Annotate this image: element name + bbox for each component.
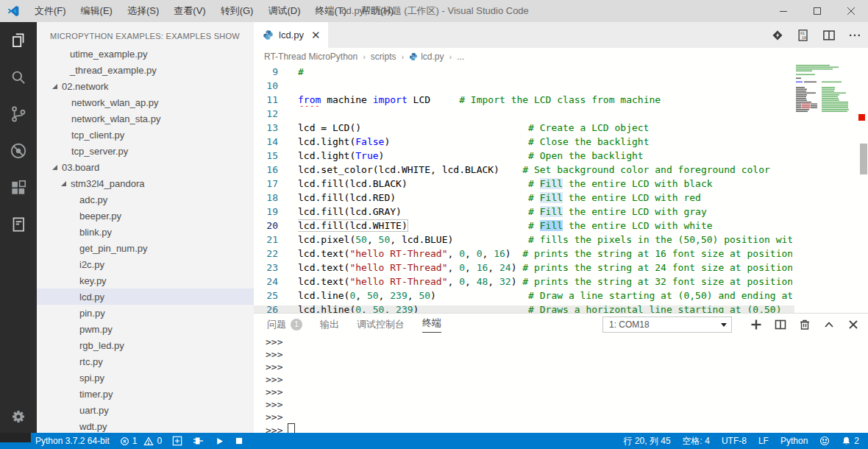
code-line-21[interactable]: 21lcd.pixel(50, 50, lcd.BLUE) # fills th…: [254, 233, 868, 247]
language-mode-status[interactable]: Python: [780, 436, 808, 446]
tree-item-network_wlan_ap.py[interactable]: network_wlan_ap.py: [37, 94, 254, 110]
code-line-22[interactable]: 22lcd.text("hello RT-Thread", 0, 0, 16) …: [254, 247, 868, 261]
encoding-status[interactable]: UTF-8: [722, 436, 747, 446]
menu-item-7[interactable]: 帮助(H): [354, 0, 401, 22]
search-icon[interactable]: [0, 59, 37, 96]
maximize-panel-icon[interactable]: [823, 319, 835, 330]
run-diamond-icon[interactable]: [770, 28, 785, 43]
connect-plug-button[interactable]: [193, 436, 204, 446]
code-line-17[interactable]: 17lcd.fill(lcd.BLACK) # Fill the entire …: [254, 177, 868, 191]
panel-tab-问题[interactable]: 问题1: [267, 317, 302, 331]
split-editor-icon[interactable]: [822, 28, 836, 43]
maximize-button[interactable]: [800, 0, 834, 22]
examples-doc-icon[interactable]: [0, 206, 37, 243]
tree-item-network_wlan_sta.py[interactable]: network_wlan_sta.py: [37, 110, 254, 127]
tree-item-tcp_client.py[interactable]: tcp_client.py: [37, 127, 254, 143]
overview-ruler[interactable]: [858, 65, 868, 313]
code-line-15[interactable]: 15lcd.light(True) # Open the backlight: [254, 149, 868, 163]
settings-gear-icon[interactable]: [0, 400, 37, 433]
breadcrumb-item-3[interactable]: ...: [457, 52, 464, 62]
tree-item-get_pin_num.py[interactable]: get_pin_num.py: [37, 240, 254, 256]
menu-item-2[interactable]: 选择(S): [120, 0, 166, 22]
tree-item-uart.py[interactable]: uart.py: [37, 402, 254, 418]
close-window-button[interactable]: [834, 0, 868, 22]
tree-item-key.py[interactable]: key.py: [37, 272, 254, 289]
tree-item-spi.py[interactable]: spi.py: [37, 370, 254, 386]
eol-status[interactable]: LF: [758, 436, 769, 446]
tree-item-wdt.py[interactable]: wdt.py: [37, 418, 254, 433]
code-line-12[interactable]: 12: [254, 107, 868, 121]
terminal-output[interactable]: >>>>>>>>>>>>>>>>>>>>>>>>: [266, 336, 295, 436]
minimap[interactable]: [794, 65, 858, 313]
code-line-24[interactable]: 24lcd.text("hello RT-Thread", 0, 48, 32)…: [254, 275, 868, 289]
menu-item-1[interactable]: 编辑(E): [74, 0, 120, 22]
close-panel-icon[interactable]: [847, 319, 859, 330]
debug-icon[interactable]: [0, 132, 37, 169]
code-line-20[interactable]: 20lcd.fill(lcd.WHITE) # Fill the entire …: [254, 219, 868, 233]
tree-item-adc.py[interactable]: adc.py: [37, 191, 254, 208]
code-line-23[interactable]: 23lcd.text("hello RT-Thread", 0, 16, 24)…: [254, 261, 868, 275]
explorer-icon[interactable]: [0, 22, 37, 59]
new-terminal-icon[interactable]: [750, 319, 762, 330]
tree-item-02.network[interactable]: 02.network: [37, 78, 254, 94]
problems-status[interactable]: 1 0: [120, 436, 162, 446]
code-line-18[interactable]: 18lcd.fill(lcd.RED) # Fill the entire LC…: [254, 191, 868, 205]
code-line-19[interactable]: 19lcd.fill(lcd.GRAY) # Fill the entire L…: [254, 205, 868, 219]
stop-button[interactable]: [235, 436, 243, 445]
extensions-icon[interactable]: [0, 169, 37, 206]
tree-item-rgb_led.py[interactable]: rgb_led.py: [37, 337, 254, 353]
run-button[interactable]: [215, 436, 224, 446]
kill-terminal-icon[interactable]: [799, 319, 811, 330]
tree-item-_thread_example.py[interactable]: _thread_example.py: [37, 62, 254, 78]
panel-tab-终端[interactable]: 终端: [422, 315, 441, 333]
tree-item-pwm.py[interactable]: pwm.py: [37, 321, 254, 337]
code-editor[interactable]: 9#1011from machine import LCD # Import t…: [254, 65, 868, 313]
panel-tab-调试控制台[interactable]: 调试控制台: [357, 317, 405, 331]
breadcrumb-item-2[interactable]: lcd.py: [409, 52, 444, 62]
tree-item-i2c.py[interactable]: i2c.py: [37, 256, 254, 272]
split-terminal-icon[interactable]: [775, 319, 786, 330]
menu-item-3[interactable]: 查看(V): [166, 0, 213, 22]
tree-item-utime_example.py[interactable]: utime_example.py: [37, 46, 254, 62]
tree-item-03.board[interactable]: 03.board: [37, 159, 254, 175]
python-interpreter-status[interactable]: Python 3.7.2 64-bit: [35, 436, 110, 446]
indentation-status[interactable]: 空格: 4: [683, 435, 710, 448]
breadcrumb-item-1[interactable]: scripts: [371, 52, 396, 62]
tree-item-timer.py[interactable]: timer.py: [37, 386, 254, 402]
tree-item-beeper.py[interactable]: beeper.py: [37, 208, 254, 224]
panel-tab-输出[interactable]: 输出: [320, 317, 339, 331]
menu-item-4[interactable]: 转到(G): [213, 0, 261, 22]
notifications-bell[interactable]: 2: [842, 436, 859, 446]
status-right: 行 20, 列 45空格: 4UTF-8LFPython 2: [624, 435, 868, 448]
binary-file-icon[interactable]: 01 10: [796, 28, 811, 43]
editor-scrollbar[interactable]: [860, 144, 867, 174]
code-line-11[interactable]: 11from machine import LCD # Import the L…: [254, 93, 868, 107]
terminal-select[interactable]: 1: COM18: [602, 317, 732, 333]
tree-item-pin.py[interactable]: pin.py: [37, 305, 254, 321]
breadcrumb-item-0[interactable]: RT-Thread MicroPython: [264, 52, 357, 62]
tree-item-stm32l4_pandora[interactable]: stm32l4_pandora: [37, 175, 254, 191]
menu-item-0[interactable]: 文件(F): [27, 0, 74, 22]
tree-item-blink.py[interactable]: blink.py: [37, 224, 254, 240]
feedback-smiley-icon[interactable]: [819, 436, 830, 446]
tree-item-lcd.py[interactable]: lcd.py: [37, 289, 254, 305]
horizontal-scrollbar[interactable]: [254, 305, 794, 313]
minimize-button[interactable]: [766, 0, 800, 22]
tree-item-rtc.py[interactable]: rtc.py: [37, 353, 254, 370]
menu-item-5[interactable]: 调试(D): [260, 0, 307, 22]
source-control-icon[interactable]: [0, 96, 37, 132]
menu-item-6[interactable]: 终端(T): [307, 0, 354, 22]
code-line-9[interactable]: 9#: [254, 65, 868, 79]
tab-lcd-py[interactable]: lcd.py ✕: [254, 22, 328, 48]
code-line-13[interactable]: 13lcd = LCD() # Create a LCD object: [254, 121, 868, 135]
tree-item-label: 03.board: [62, 162, 99, 173]
tab-close-icon[interactable]: ✕: [311, 29, 321, 40]
tree-item-tcp_server.py[interactable]: tcp_server.py: [37, 143, 254, 159]
code-line-16[interactable]: 16lcd.set_color(lcd.WHITE, lcd.BLACK) # …: [254, 163, 868, 177]
code-line-25[interactable]: 25lcd.line(0, 50, 239, 50) # Draw a line…: [254, 289, 868, 303]
code-line-14[interactable]: 14lcd.light(False) # Close the backlight: [254, 135, 868, 149]
more-actions-icon[interactable]: [847, 28, 862, 43]
code-line-10[interactable]: 10: [254, 79, 868, 93]
cursor-position-status[interactable]: 行 20, 列 45: [624, 435, 671, 448]
download-button[interactable]: [172, 436, 182, 446]
